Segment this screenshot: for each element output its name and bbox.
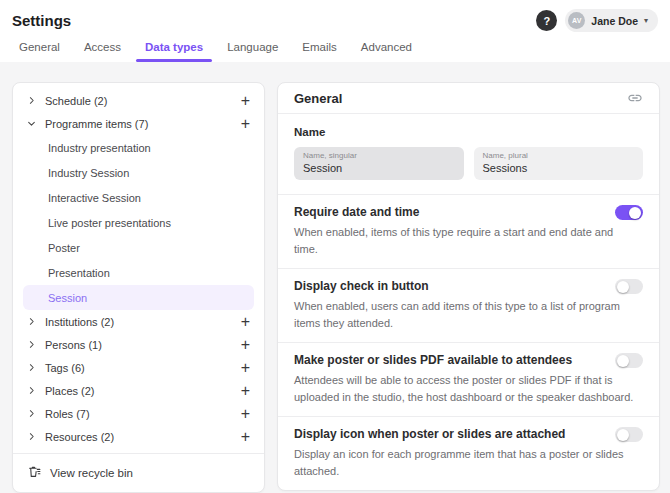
toggle-switch[interactable]: [615, 279, 643, 294]
tab-emails[interactable]: Emails: [302, 41, 337, 62]
field-value: Session: [303, 162, 455, 174]
help-button[interactable]: ?: [536, 10, 557, 31]
setting-title: Require date and time: [294, 204, 419, 220]
sidebar-item-label: Presentation: [48, 267, 110, 279]
tab-label: Advanced: [361, 41, 412, 53]
chevron-down-icon: ▾: [644, 17, 648, 25]
sidebar-group-label: Programme items (7): [45, 118, 241, 130]
chevron-right-icon[interactable]: [27, 317, 45, 326]
add-button[interactable]: +: [241, 360, 250, 376]
setting-description: Display an icon for each programme item …: [294, 446, 636, 479]
sidebar-group-label: Places (2): [45, 385, 241, 397]
name-fields: Name, singularSessionName, pluralSession…: [294, 147, 643, 180]
chevron-right-icon[interactable]: [27, 340, 45, 349]
toggle-switch[interactable]: [615, 353, 643, 368]
sidebar-item-industry-presentation[interactable]: Industry presentation: [23, 135, 254, 160]
field-label: Name, plural: [483, 151, 635, 160]
page-title: Settings: [12, 12, 71, 29]
setting-row-make-poster-or-slides-pdf-available-to-attendees: Make poster or slides PDF available to a…: [278, 342, 659, 416]
add-button[interactable]: +: [241, 383, 250, 399]
add-button[interactable]: +: [241, 337, 250, 353]
add-button[interactable]: +: [241, 406, 250, 422]
user-menu-button[interactable]: AV Jane Doe ▾: [565, 9, 658, 32]
sidebar-item-label: Live poster presentations: [48, 217, 171, 229]
sidebar-item-label: Interactive Session: [48, 192, 141, 204]
tab-advanced[interactable]: Advanced: [361, 41, 412, 62]
chevron-right-icon[interactable]: [27, 432, 45, 441]
setting-row-head: Display icon when poster or slides are a…: [294, 426, 643, 442]
chevron-right-icon[interactable]: [27, 409, 45, 418]
toggle-switch[interactable]: [615, 205, 643, 220]
tab-data-types[interactable]: Data types: [145, 41, 203, 62]
sidebar-item-label: Session: [48, 292, 87, 304]
setting-description: Attendees will be able to access the pos…: [294, 372, 636, 405]
setting-row-display-check-in-button: Display check in buttonWhen enabled, use…: [278, 268, 659, 342]
sidebar-group-resources-2[interactable]: Resources (2)+: [13, 425, 264, 448]
chevron-right-icon[interactable]: [27, 363, 45, 372]
card-title-general: General: [294, 91, 342, 106]
field-label: Name, singular: [303, 151, 455, 160]
chevron-right-icon[interactable]: [27, 96, 45, 105]
sidebar-group-places-2[interactable]: Places (2)+: [13, 379, 264, 402]
sidebar-group-persons-1[interactable]: Persons (1)+: [13, 333, 264, 356]
sidebar-item-interactive-session[interactable]: Interactive Session: [23, 185, 254, 210]
sidebar-item-industry-session[interactable]: Industry Session: [23, 160, 254, 185]
setting-title: Display check in button: [294, 278, 429, 294]
setting-description: When enabled, items of this type require…: [294, 224, 636, 257]
view-recycle-bin-button[interactable]: View recycle bin: [13, 453, 264, 492]
settings-main: General Name Name, singularSessionName, …: [277, 82, 660, 493]
content: Schedule (2)+Programme items (7)+Industr…: [0, 62, 670, 493]
sidebar-group-schedule-2[interactable]: Schedule (2)+: [13, 89, 264, 112]
user-name: Jane Doe: [591, 15, 638, 27]
setting-row-require-date-and-time: Require date and timeWhen enabled, items…: [278, 194, 659, 268]
app-header: Settings ? AV Jane Doe ▾ GeneralAccessDa…: [0, 0, 670, 62]
sidebar-group-label: Resources (2): [45, 431, 241, 443]
name-section: Name Name, singularSessionName, pluralSe…: [278, 113, 659, 194]
sidebar-item-poster[interactable]: Poster: [23, 235, 254, 260]
sidebar-group-institutions-2[interactable]: Institutions (2)+: [13, 310, 264, 333]
sidebar-group-label: Tags (6): [45, 362, 241, 374]
setting-row-head: Make poster or slides PDF available to a…: [294, 352, 643, 368]
sidebar-item-live-poster-presentations[interactable]: Live poster presentations: [23, 210, 254, 235]
field-value: Sessions: [483, 162, 635, 174]
toggle-switch[interactable]: [615, 427, 643, 442]
setting-title: Display icon when poster or slides are a…: [294, 426, 565, 442]
recycle-bin-label: View recycle bin: [50, 467, 133, 479]
sidebar-group-tags-6[interactable]: Tags (6)+: [13, 356, 264, 379]
link-icon[interactable]: [627, 90, 643, 106]
sidebar-item-label: Poster: [48, 242, 80, 254]
add-button[interactable]: +: [241, 429, 250, 445]
sidebar-group-programme-items-7[interactable]: Programme items (7)+: [13, 112, 264, 135]
name-singular-field[interactable]: Name, singularSession: [294, 147, 464, 180]
add-button[interactable]: +: [241, 314, 250, 330]
name-plural-field[interactable]: Name, pluralSessions: [474, 147, 644, 180]
tab-label: Emails: [302, 41, 337, 53]
toggle-knob: [617, 355, 629, 367]
avatar: AV: [568, 12, 585, 29]
general-card: General Name Name, singularSessionName, …: [277, 82, 660, 491]
sidebar-item-session[interactable]: Session: [23, 285, 254, 310]
tab-label: Access: [84, 41, 121, 53]
tab-access[interactable]: Access: [84, 41, 121, 62]
setting-row-display-icon-when-poster-or-slides-are-attached: Display icon when poster or slides are a…: [278, 416, 659, 490]
setting-description: When enabled, users can add items of thi…: [294, 298, 636, 331]
sidebar-tree: Schedule (2)+Programme items (7)+Industr…: [13, 83, 264, 453]
tab-language[interactable]: Language: [227, 41, 278, 62]
tab-general[interactable]: General: [19, 41, 60, 62]
sidebar-item-label: Industry presentation: [48, 142, 151, 154]
toggle-knob: [617, 429, 629, 441]
setting-row-head: Display check in button: [294, 278, 643, 294]
sidebar-group-roles-7[interactable]: Roles (7)+: [13, 402, 264, 425]
recycle-bin-icon: [28, 465, 41, 480]
sidebar-item-presentation[interactable]: Presentation: [23, 260, 254, 285]
setting-title: Make poster or slides PDF available to a…: [294, 352, 572, 368]
toggle-knob: [629, 207, 641, 219]
tab-bar: GeneralAccessData typesLanguageEmailsAdv…: [0, 34, 670, 62]
add-button[interactable]: +: [241, 116, 250, 132]
chevron-right-icon[interactable]: [27, 386, 45, 395]
toggle-knob: [617, 281, 629, 293]
add-button[interactable]: +: [241, 93, 250, 109]
sidebar-group-label: Roles (7): [45, 408, 241, 420]
chevron-down-icon[interactable]: [27, 119, 45, 128]
sidebar-item-label: Industry Session: [48, 167, 129, 179]
